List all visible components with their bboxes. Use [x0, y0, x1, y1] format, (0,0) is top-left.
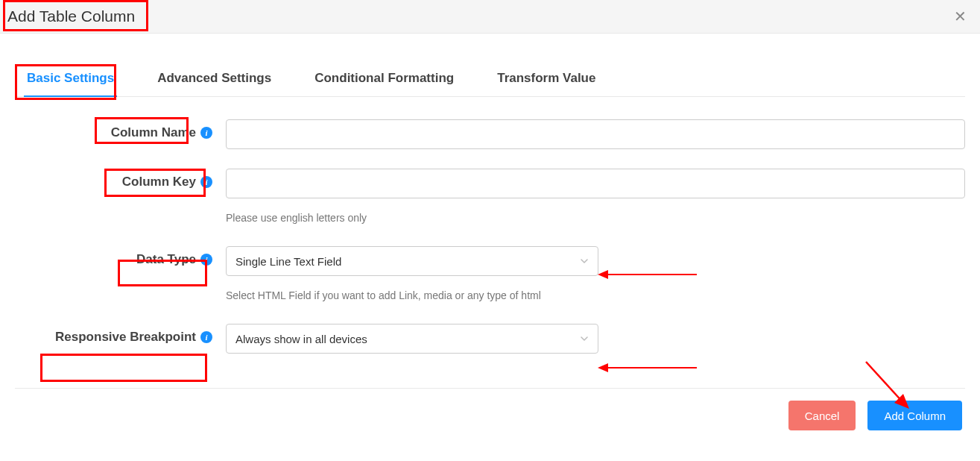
label-column-name: Column Name i [15, 119, 212, 140]
tab-conditional-formatting[interactable]: Conditional Formatting [312, 63, 457, 96]
tab-basic-settings[interactable]: Basic Settings [24, 63, 117, 96]
add-column-button[interactable]: Add Column [867, 401, 962, 430]
tab-advanced-settings[interactable]: Advanced Settings [154, 63, 274, 96]
dialog-header: Add Table Column ✕ [0, 0, 980, 34]
info-icon[interactable]: i [200, 127, 212, 139]
dialog-footer: Cancel Add Column [0, 389, 980, 442]
row-responsive-breakpoint: Responsive Breakpoint i Always show in a… [15, 324, 965, 354]
label-text-data-type: Data Type [136, 252, 196, 267]
tab-transform-value[interactable]: Transform Value [494, 63, 598, 96]
info-icon[interactable]: i [200, 254, 212, 266]
row-column-name: Column Name i [15, 119, 965, 149]
label-text-column-key: Column Key [122, 175, 196, 189]
dialog-title: Add Table Column [7, 7, 135, 25]
label-column-key: Column Key i [15, 169, 212, 189]
info-icon[interactable]: i [200, 331, 212, 343]
cancel-button[interactable]: Cancel [788, 401, 856, 430]
form-body: Column Name i Column Key i Please use en… [15, 97, 965, 376]
help-column-key: Please use english letters only [226, 212, 965, 224]
close-icon[interactable]: ✕ [954, 7, 967, 25]
label-responsive-breakpoint: Responsive Breakpoint i [15, 324, 212, 345]
label-data-type: Data Type i [15, 246, 212, 267]
column-name-input[interactable] [226, 119, 965, 149]
data-type-value: Single Line Text Field [235, 255, 341, 268]
row-column-key: Column Key i Please use english letters … [15, 169, 965, 224]
label-text-responsive-breakpoint: Responsive Breakpoint [55, 330, 196, 345]
responsive-select[interactable]: Always show in all devices [226, 324, 598, 354]
tabs-bar: Basic Settings Advanced Settings Conditi… [15, 63, 965, 97]
column-key-input[interactable] [226, 169, 965, 198]
chevron-down-icon [580, 257, 589, 266]
row-data-type: Data Type i Single Line Text Field Selec… [15, 246, 965, 301]
data-type-select[interactable]: Single Line Text Field [226, 246, 598, 276]
dialog-content: Basic Settings Advanced Settings Conditi… [0, 34, 980, 376]
info-icon[interactable]: i [200, 176, 212, 188]
label-text-column-name: Column Name [111, 125, 196, 140]
chevron-down-icon [580, 334, 589, 343]
help-data-type: Select HTML Field if you want to add Lin… [226, 289, 965, 301]
responsive-value: Always show in all devices [235, 333, 367, 345]
